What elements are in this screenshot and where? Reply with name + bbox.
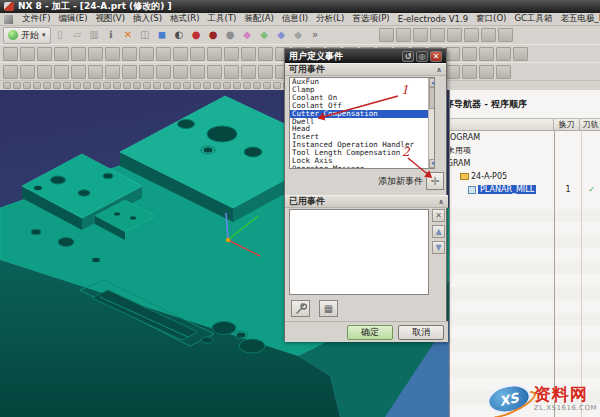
- toolbar-button[interactable]: [156, 65, 171, 79]
- event-item[interactable]: Dwell: [290, 118, 434, 126]
- toolbar-button[interactable]: [190, 47, 205, 61]
- close-window-icon[interactable]: ✕: [121, 28, 136, 43]
- toolbar-button[interactable]: [263, 82, 271, 89]
- toolbar-button[interactable]: [430, 28, 445, 42]
- menu-item[interactable]: 文件(F): [21, 13, 52, 25]
- toolbar-button[interactable]: [203, 82, 211, 89]
- toolbar-button[interactable]: [139, 65, 154, 79]
- menu-item[interactable]: 装配(A): [243, 13, 274, 25]
- toolbar-button[interactable]: [73, 82, 81, 89]
- menu-item[interactable]: 窗口(O): [475, 13, 507, 25]
- toolbar-button[interactable]: [43, 82, 51, 89]
- toolbar-button[interactable]: [63, 82, 71, 89]
- toolbar-button[interactable]: [173, 47, 188, 61]
- toolbar-button[interactable]: [3, 82, 11, 89]
- toolbar-button[interactable]: [513, 47, 528, 61]
- menu-item[interactable]: GC工具箱: [513, 13, 553, 25]
- toolbar-button[interactable]: [20, 65, 35, 79]
- column-toolchange[interactable]: 换刀: [554, 119, 580, 130]
- toolbar-button[interactable]: [103, 82, 111, 89]
- toolbar-button[interactable]: [53, 82, 61, 89]
- move-down-button[interactable]: ▼: [432, 241, 445, 254]
- toolbar-button[interactable]: [37, 65, 52, 79]
- tree-row[interactable]: 未用项: [450, 144, 600, 157]
- toolbar-button[interactable]: [479, 65, 494, 79]
- toolbar-button[interactable]: [88, 47, 103, 61]
- ok-button[interactable]: 确定: [347, 325, 393, 340]
- available-events-header[interactable]: 可用事件∧: [285, 63, 446, 76]
- toolbar-button[interactable]: [122, 65, 137, 79]
- toolbar-button[interactable]: [445, 65, 460, 79]
- event-list-scrollbar[interactable]: ▲ ▼: [428, 78, 435, 168]
- tree-row[interactable]: PLANAR_MILL 1 ✓: [450, 183, 600, 196]
- toolbar-button[interactable]: [496, 47, 511, 61]
- toolbar-button[interactable]: [54, 47, 69, 61]
- toolbar-button[interactable]: [37, 47, 52, 61]
- view-diamond-blue-icon[interactable]: ◆: [274, 28, 289, 43]
- toolbar-button[interactable]: [207, 47, 222, 61]
- open-icon[interactable]: ▱: [70, 28, 85, 43]
- delete-event-button[interactable]: ✕: [432, 209, 445, 222]
- toolbar-button[interactable]: [213, 82, 221, 89]
- toolbar-button[interactable]: [139, 47, 154, 61]
- toolbar-button[interactable]: [258, 47, 273, 61]
- toolbar-button[interactable]: [447, 28, 462, 42]
- toolbar-button[interactable]: [71, 65, 86, 79]
- toolbar-button[interactable]: [479, 47, 494, 61]
- toolbar-button[interactable]: [173, 65, 188, 79]
- toolbar-button[interactable]: [413, 28, 428, 42]
- cancel-button[interactable]: 取消: [398, 325, 444, 340]
- toolbar-button[interactable]: [462, 65, 477, 79]
- menu-item[interactable]: 格式(R): [169, 13, 201, 25]
- toolbar-button[interactable]: [379, 28, 394, 42]
- toolbar-button[interactable]: [190, 65, 205, 79]
- menu-item[interactable]: 信息(I): [281, 13, 309, 25]
- toolbar-button[interactable]: [33, 82, 41, 89]
- toolbar-button[interactable]: [183, 82, 191, 89]
- used-events-list[interactable]: [289, 209, 429, 295]
- menu-item[interactable]: 插入(S): [132, 13, 163, 25]
- shaded-cube-icon[interactable]: ◼: [155, 28, 170, 43]
- toolbar-button[interactable]: [224, 47, 239, 61]
- toolbar-button[interactable]: [105, 47, 120, 61]
- add-new-event-button[interactable]: ✛: [426, 172, 444, 190]
- tree-row[interactable]: 24-A-P05: [450, 170, 600, 183]
- toolbar-button[interactable]: [396, 28, 411, 42]
- red-sphere-icon[interactable]: ●: [189, 28, 204, 43]
- pie-display-icon[interactable]: ◐: [172, 28, 187, 43]
- toolbar-button[interactable]: [224, 65, 239, 79]
- event-options-button[interactable]: ▦: [319, 300, 338, 317]
- toolbar-button[interactable]: [445, 47, 460, 61]
- toolbar-button[interactable]: [496, 65, 511, 79]
- used-events-header[interactable]: 已用事件∧: [285, 195, 448, 208]
- edit-event-button[interactable]: [291, 300, 310, 317]
- gear-icon[interactable]: ◎: [416, 51, 428, 62]
- close-icon[interactable]: ✕: [430, 51, 442, 62]
- toolbar-button[interactable]: [153, 82, 161, 89]
- view-diamond-gray-icon[interactable]: ◆: [291, 28, 306, 43]
- toolbar-button[interactable]: [156, 47, 171, 61]
- toolbar-button[interactable]: [462, 47, 477, 61]
- tree-row[interactable]: PROGRAM: [450, 157, 600, 170]
- info-icon[interactable]: ℹ: [104, 28, 119, 43]
- overflow-chevron-icon[interactable]: »: [308, 28, 323, 43]
- toolbar-button[interactable]: [241, 65, 256, 79]
- undo-icon[interactable]: ↺: [402, 51, 414, 62]
- new-part-icon[interactable]: ▯: [53, 28, 68, 43]
- toolbar-button[interactable]: [258, 65, 273, 79]
- toolbar-button[interactable]: [481, 28, 496, 42]
- toolbar-button[interactable]: [273, 82, 281, 89]
- toolbar-button[interactable]: [498, 28, 513, 42]
- view-diamond-pink-icon[interactable]: ◆: [240, 28, 255, 43]
- toolbar-button[interactable]: [123, 82, 131, 89]
- toolbar-button[interactable]: [23, 82, 31, 89]
- toolbar-button[interactable]: [3, 65, 18, 79]
- toolbar-button[interactable]: [241, 47, 256, 61]
- sphere-icon[interactable]: ●: [223, 28, 238, 43]
- toolbar-button[interactable]: [122, 47, 137, 61]
- toolbar-button[interactable]: [83, 82, 91, 89]
- menu-item[interactable]: 视图(V): [95, 13, 126, 25]
- move-up-button[interactable]: ▲: [432, 225, 445, 238]
- toolbar-button[interactable]: [105, 65, 120, 79]
- toolbar-button[interactable]: [223, 82, 231, 89]
